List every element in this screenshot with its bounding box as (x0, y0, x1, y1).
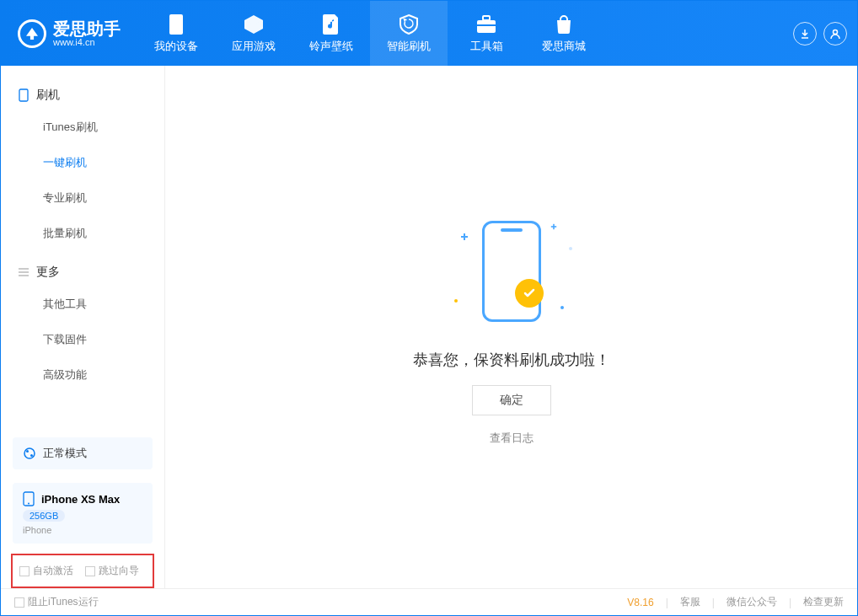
highlighted-options: 自动激活 跳过向导 (11, 554, 154, 588)
svg-rect-1 (477, 20, 496, 33)
device-mode-label: 正常模式 (43, 446, 87, 461)
checkbox-icon (85, 566, 95, 576)
sidebar-header-label: 更多 (36, 265, 60, 280)
svg-point-10 (30, 454, 33, 457)
user-button[interactable] (823, 22, 847, 46)
tab-my-device[interactable]: 我的设备 (137, 1, 215, 66)
svg-rect-0 (169, 14, 183, 35)
tab-toolbox[interactable]: 工具箱 (448, 1, 525, 66)
sidebar-item-batch[interactable]: 批量刷机 (1, 216, 164, 251)
device-name: iPhone XS Max (41, 493, 120, 506)
download-button[interactable] (793, 22, 817, 46)
svg-point-12 (28, 503, 29, 505)
device-mode-box[interactable]: 正常模式 (13, 437, 153, 469)
device-capacity: 256GB (23, 510, 65, 522)
tab-label: 工具箱 (470, 39, 503, 54)
tab-apps[interactable]: 应用游戏 (215, 1, 292, 66)
brand-name: 爱思助手 (53, 20, 121, 37)
tab-label: 智能刷机 (387, 39, 431, 54)
sidebar-item-itunes[interactable]: iTunes刷机 (1, 110, 164, 145)
bag-icon (553, 13, 575, 35)
checkbox-skip-guide[interactable]: 跳过向导 (85, 564, 139, 578)
checkbox-label: 跳过向导 (99, 564, 139, 578)
logo-area: 爱思助手 www.i4.cn (1, 19, 137, 48)
sidebar-header-flash: 刷机 (1, 81, 164, 110)
svg-rect-2 (483, 16, 490, 20)
check-badge-icon (515, 279, 544, 308)
list-icon (18, 266, 29, 278)
footer: 阻止iTunes运行 V8.16 | 客服 | 微信公众号 | 检查更新 (1, 588, 857, 615)
support-link[interactable]: 客服 (680, 595, 700, 609)
header-right (793, 22, 857, 46)
main-content: 恭喜您，保资料刷机成功啦！ 确定 查看日志 (165, 66, 857, 588)
device-type: iPhone (23, 525, 142, 535)
tab-store[interactable]: 爱思商城 (525, 1, 603, 66)
svg-rect-7 (19, 89, 28, 101)
tab-ringtone[interactable]: 铃声壁纸 (292, 1, 370, 66)
svg-point-6 (834, 29, 838, 34)
phone-graphic (482, 221, 541, 322)
svg-rect-3 (477, 24, 496, 26)
view-log-link[interactable]: 查看日志 (490, 431, 534, 446)
wechat-link[interactable]: 微信公众号 (727, 595, 777, 609)
footer-right: V8.16 | 客服 | 微信公众号 | 检查更新 (627, 595, 844, 609)
device-icon (23, 491, 35, 506)
logo-icon (18, 19, 46, 48)
sidebar: 刷机 iTunes刷机 一键刷机 专业刷机 批量刷机 更多 其他工具 下载固件 … (1, 66, 165, 588)
sidebar-item-advanced[interactable]: 高级功能 (1, 357, 164, 393)
checkbox-auto-activate[interactable]: 自动激活 (19, 564, 73, 578)
phone-icon (165, 13, 187, 35)
sidebar-item-pro[interactable]: 专业刷机 (1, 180, 164, 216)
mode-icon (23, 447, 36, 460)
sidebar-item-firmware[interactable]: 下载固件 (1, 322, 164, 357)
tab-label: 铃声壁纸 (309, 39, 353, 54)
refresh-shield-icon (398, 13, 420, 35)
tab-label: 应用游戏 (232, 39, 276, 54)
sidebar-header-label: 刷机 (36, 88, 60, 103)
success-message: 恭喜您，保资料刷机成功啦！ (413, 350, 610, 370)
body: 刷机 iTunes刷机 一键刷机 专业刷机 批量刷机 更多 其他工具 下载固件 … (1, 66, 857, 588)
main-tabs: 我的设备 应用游戏 铃声壁纸 智能刷机 工具箱 爱思商城 (137, 1, 603, 66)
ok-button[interactable]: 确定 (472, 385, 551, 415)
sidebar-item-other-tools[interactable]: 其他工具 (1, 287, 164, 322)
sidebar-header-more: 更多 (1, 258, 164, 287)
checkbox-label: 阻止iTunes运行 (28, 595, 99, 609)
checkbox-block-itunes[interactable]: 阻止iTunes运行 (14, 595, 99, 609)
svg-point-8 (24, 448, 35, 458)
sidebar-item-onekey[interactable]: 一键刷机 (1, 145, 164, 180)
cube-icon (243, 13, 265, 35)
device-info-box[interactable]: iPhone XS Max 256GB iPhone (13, 483, 153, 544)
version-label: V8.16 (627, 597, 653, 608)
brand-url: www.i4.cn (53, 37, 121, 47)
checkbox-label: 自动激活 (33, 564, 73, 578)
tab-label: 我的设备 (154, 39, 198, 54)
checkbox-icon (19, 566, 29, 576)
music-file-icon (320, 13, 342, 35)
success-illustration (444, 208, 579, 335)
tab-label: 爱思商城 (542, 39, 586, 54)
checkbox-icon (14, 597, 24, 608)
tab-flash[interactable]: 智能刷机 (370, 1, 448, 66)
header: 爱思助手 www.i4.cn 我的设备 应用游戏 铃声壁纸 智能刷机 工具箱 爱… (1, 1, 857, 66)
toolbox-icon (475, 13, 497, 35)
check-update-link[interactable]: 检查更新 (803, 595, 844, 609)
device-icon (18, 89, 29, 101)
svg-point-9 (26, 450, 29, 453)
